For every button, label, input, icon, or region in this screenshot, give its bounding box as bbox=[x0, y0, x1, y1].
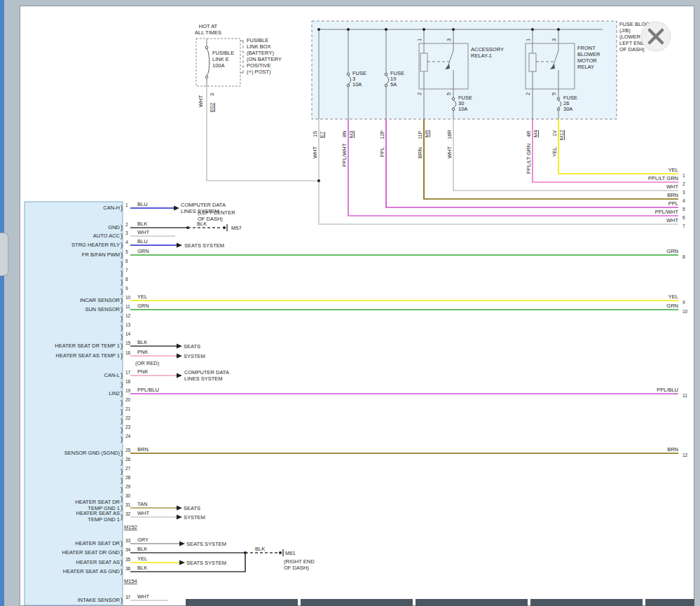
junction-dot bbox=[186, 226, 189, 229]
diagram-label: BRN bbox=[417, 147, 423, 158]
pin-number: 26 bbox=[125, 457, 131, 462]
pin-bracket: ) bbox=[121, 597, 123, 604]
pin-bracket: ) bbox=[121, 261, 123, 268]
pin-bracket: ) bbox=[121, 486, 123, 493]
diagram-label: GND bbox=[108, 224, 120, 230]
diagram-label: FUSIBLE bbox=[212, 50, 234, 56]
pin-number: 23 bbox=[125, 425, 131, 429]
diagram-label: M12 bbox=[558, 130, 565, 140]
diagram-label: (J/B) bbox=[619, 27, 631, 34]
pin-number: 12 bbox=[125, 313, 131, 318]
pin-number: 10 bbox=[125, 295, 131, 300]
diagram-label: 1 bbox=[416, 39, 423, 41]
diagram-label: WHT bbox=[666, 184, 678, 190]
diagram-label: WHT bbox=[312, 146, 318, 158]
diagram-label: OF DASH) bbox=[619, 46, 645, 53]
diagram-label: (LOWER bbox=[619, 34, 641, 40]
pin-number: 18 bbox=[125, 379, 131, 384]
pin-bracket: ) bbox=[121, 436, 123, 443]
diagram-label: BRN bbox=[667, 446, 678, 453]
diagram-label: 1V bbox=[551, 130, 558, 137]
diagram-label: YEL bbox=[668, 167, 678, 173]
diagram-label: CAN-H bbox=[103, 205, 120, 211]
diagram-label: ACCESSORY bbox=[471, 46, 504, 53]
diagram-label: WHT bbox=[137, 229, 149, 235]
pin-number: 22 bbox=[125, 415, 131, 420]
diagram-label: BLU bbox=[137, 201, 148, 207]
diagram-label: SEATS bbox=[184, 505, 200, 511]
pin-bracket: ) bbox=[121, 352, 123, 359]
table-header-fragment bbox=[416, 599, 528, 606]
footer-table-fragments bbox=[186, 599, 694, 606]
diagram-label: 1 bbox=[682, 173, 685, 178]
diagram-label: SYSTEM bbox=[184, 514, 205, 521]
junction-dot bbox=[385, 28, 387, 31]
diagram-label: RELAY bbox=[577, 64, 594, 70]
diagram-label: 5 bbox=[682, 207, 685, 212]
diagram-label: YEL bbox=[668, 294, 678, 300]
diagram-label: 1 bbox=[525, 39, 531, 41]
pin-number: 16 bbox=[125, 350, 131, 355]
diagram-label: PPL bbox=[379, 147, 385, 157]
diagram-label: ALL TIMES bbox=[195, 29, 221, 36]
pin-number: 29 bbox=[125, 484, 131, 489]
diagram-label: (BATTERY) bbox=[247, 50, 274, 56]
diagram-label: LINK BOX bbox=[247, 43, 271, 50]
diagram-label: FR B/FAN PWM bbox=[82, 252, 120, 258]
diagram-label: (+) POST) bbox=[247, 69, 271, 75]
pin-bracket: ) bbox=[121, 242, 123, 249]
pin-bracket: ) bbox=[121, 324, 123, 331]
pin-number: 13 bbox=[125, 322, 131, 327]
pin-number: 31 bbox=[125, 502, 131, 507]
diagram-label: PPL bbox=[668, 200, 678, 207]
diagram-label: TAN bbox=[137, 501, 147, 507]
pin-number: 9 bbox=[125, 286, 128, 291]
pin-bracket: ) bbox=[121, 252, 123, 259]
diagram-label: 12P bbox=[379, 130, 385, 139]
table-header-fragment bbox=[301, 599, 413, 606]
diagram-label: YEL bbox=[137, 556, 147, 562]
pin-bracket: ) bbox=[121, 224, 123, 231]
diagram-label: (RIGHT END bbox=[284, 558, 315, 565]
pin-number: 30 bbox=[125, 493, 131, 498]
diagram-label: BRN bbox=[137, 446, 149, 453]
diagram-label: SEATS SYSTEM bbox=[186, 560, 226, 566]
diagram-label: LINK E bbox=[212, 56, 229, 62]
pin-bracket: ) bbox=[121, 233, 123, 240]
diagram-label: 3 bbox=[551, 39, 557, 41]
diagram-label: HEATER SEAT AS bbox=[76, 510, 120, 516]
diagram-label: BLK bbox=[137, 565, 147, 571]
pin-bracket: ) bbox=[121, 459, 123, 466]
close-button[interactable] bbox=[641, 22, 671, 51]
diagram-label: 7 bbox=[682, 223, 685, 228]
junction-dot bbox=[317, 179, 320, 182]
pin-bracket: ) bbox=[121, 297, 123, 304]
junction-dot bbox=[347, 28, 350, 31]
diagram-label: BLOWER bbox=[577, 51, 601, 57]
diagram-label: 3 bbox=[682, 190, 685, 195]
diagram-label: BLK bbox=[137, 221, 147, 227]
pin-bracket: ) bbox=[121, 427, 123, 434]
diagram-label: AUTO ACC bbox=[93, 233, 121, 239]
diagram-label: 10A bbox=[352, 81, 362, 88]
pin-number: 36 bbox=[125, 566, 131, 571]
pin-number: 5 bbox=[125, 249, 128, 254]
diagram-label: HEATER SEAT AS TEMP 1 bbox=[56, 352, 120, 359]
diagram-label: WHT bbox=[666, 217, 678, 223]
diagram-label: LIN2 bbox=[109, 390, 120, 397]
diagram-label: WHT bbox=[446, 146, 453, 158]
pin-number: 28 bbox=[125, 475, 131, 480]
pin-bracket: ) bbox=[121, 514, 123, 521]
pin-number: 3 bbox=[125, 230, 128, 235]
junction-dot bbox=[423, 28, 425, 31]
diagram-label: 30A bbox=[563, 106, 572, 112]
junction-dot bbox=[531, 28, 534, 31]
diagram-label: (ON BATTERY bbox=[247, 56, 282, 62]
diagram-label: 5 bbox=[551, 92, 557, 95]
diagram-label: COMPUTER DATA bbox=[181, 202, 226, 208]
pin-bracket: ) bbox=[121, 540, 123, 547]
pin-bracket: ) bbox=[121, 418, 123, 425]
diagram-label: YEL bbox=[137, 294, 147, 300]
diagram-label: INTAKE SENSOR bbox=[78, 597, 121, 603]
junction-dot bbox=[317, 28, 320, 31]
